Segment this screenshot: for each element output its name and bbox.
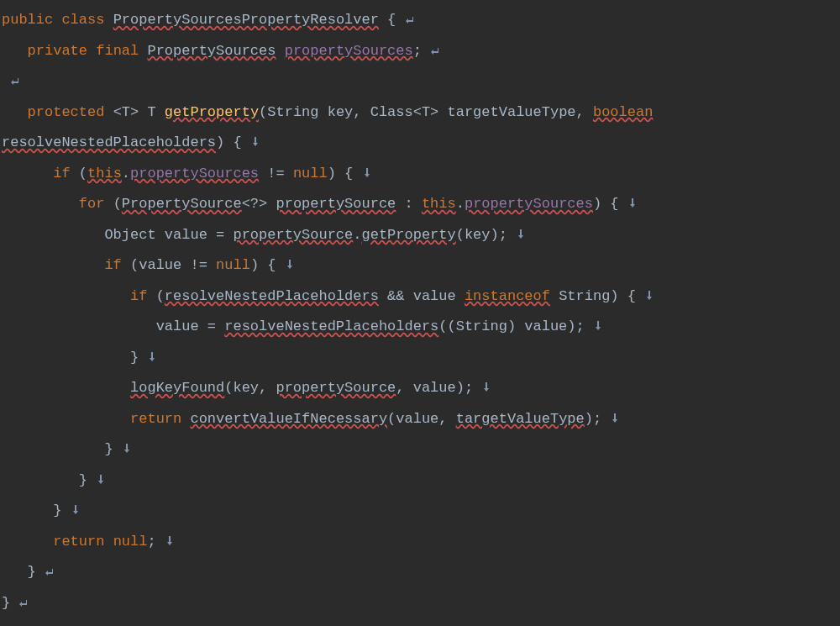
- line-break-icon: [165, 526, 175, 557]
- code-token: PropertySourcesPropertyResolver: [113, 12, 379, 28]
- code-token: for: [79, 196, 113, 212]
- code-token: (value,: [387, 411, 456, 427]
- code-token: return: [53, 534, 113, 550]
- carriage-return-icon: [430, 35, 440, 66]
- line-break-icon: [122, 434, 132, 465]
- line-break-icon: [627, 188, 638, 219]
- code-token: if: [104, 257, 130, 273]
- code-token: if: [130, 288, 156, 304]
- line-break-icon: [481, 372, 491, 403]
- code-token: (: [156, 288, 165, 304]
- code-token: instanceof: [465, 288, 550, 304]
- code-token: <?>: [242, 196, 276, 212]
- code-token: targetValueType: [456, 411, 585, 427]
- code-token: );: [585, 411, 601, 427]
- line-break-icon: [147, 342, 157, 373]
- code-token: {: [379, 12, 396, 28]
- code-token: [156, 104, 165, 120]
- code-editor[interactable]: public class PropertySourcesPropertyReso…: [0, 0, 840, 618]
- code-token: propertySource: [276, 196, 396, 212]
- carriage-return-icon: [18, 587, 29, 618]
- code-token: boolean: [593, 104, 653, 120]
- code-token: }: [2, 502, 61, 518]
- code-token: !=: [259, 166, 293, 181]
- code-token: <T> T: [113, 104, 156, 120]
- code-token: class: [61, 12, 113, 28]
- line-break-icon: [644, 281, 654, 312]
- code-token: && value: [379, 288, 465, 304]
- code-token: }: [2, 595, 10, 611]
- code-token: ) {: [593, 196, 619, 212]
- code-token: :: [396, 196, 422, 212]
- code-token: ) {: [328, 166, 354, 181]
- code-token: this: [422, 196, 456, 212]
- code-token: [2, 43, 28, 59]
- code-token: String) {: [550, 288, 636, 304]
- code-token: [2, 196, 79, 212]
- code-token: getProperty: [165, 104, 259, 120]
- line-break-icon: [516, 219, 526, 250]
- code-token: (: [113, 196, 122, 212]
- code-token: propertySource: [276, 380, 396, 396]
- code-token: propertySource: [233, 227, 353, 243]
- line-break-icon: [71, 495, 81, 526]
- code-token: (key,: [224, 380, 276, 396]
- carriage-return-icon: [10, 66, 20, 97]
- code-token: (key);: [456, 227, 507, 243]
- code-token: getProperty: [361, 227, 455, 243]
- code-token: private: [28, 43, 97, 59]
- line-break-icon: [610, 403, 620, 434]
- code-token: this: [87, 166, 122, 181]
- code-token: null: [113, 534, 148, 550]
- code-token: resolveNestedPlaceholders: [2, 134, 216, 150]
- code-token: [2, 288, 130, 304]
- code-token: [2, 380, 130, 396]
- code-token: ;: [413, 43, 422, 59]
- code-token: [2, 166, 53, 181]
- code-token: }: [2, 350, 139, 366]
- carriage-return-icon: [405, 4, 415, 35]
- code-token: public: [2, 12, 61, 28]
- code-token: PropertySource: [122, 196, 242, 212]
- code-token: convertValueIfNecessary: [190, 411, 387, 427]
- code-token: [2, 257, 104, 273]
- code-token: ) {: [216, 134, 242, 150]
- line-break-icon: [362, 158, 372, 189]
- line-break-icon: [285, 250, 295, 281]
- code-token: Object value =: [2, 227, 233, 243]
- line-break-icon: [593, 311, 603, 342]
- code-token: ((String) value);: [438, 318, 584, 334]
- line-break-icon: [96, 465, 106, 496]
- code-token: PropertySources: [147, 43, 276, 59]
- code-token: resolveNestedPlaceholders: [165, 288, 379, 304]
- code-token: [276, 43, 284, 59]
- code-token: protected: [28, 104, 113, 120]
- code-token: ;: [147, 534, 155, 550]
- code-token: , value);: [396, 380, 473, 396]
- code-token: final: [96, 43, 147, 59]
- code-token: }: [2, 564, 36, 580]
- code-token: (value !=: [130, 257, 216, 273]
- code-token: value =: [2, 318, 224, 334]
- code-token: propertySources: [130, 166, 259, 181]
- code-token: logKeyFound: [130, 380, 224, 396]
- carriage-return-icon: [45, 556, 55, 587]
- code-token: ) {: [250, 257, 276, 273]
- code-token: }: [2, 441, 113, 457]
- code-token: [2, 534, 53, 550]
- code-token: .: [122, 166, 130, 181]
- code-token: }: [2, 472, 87, 488]
- code-token: (String key, Class<T> targetValueType,: [259, 104, 593, 120]
- code-token: .: [456, 196, 465, 212]
- code-token: propertySources: [465, 196, 593, 212]
- code-token: null: [216, 257, 250, 273]
- code-token: (: [79, 166, 87, 181]
- code-token: .: [353, 227, 361, 243]
- code-token: resolveNestedPlaceholders: [224, 318, 438, 334]
- code-token: [2, 411, 130, 427]
- code-token: propertySources: [285, 43, 413, 59]
- code-token: [2, 104, 28, 120]
- code-token: return: [130, 411, 190, 427]
- code-token: null: [293, 166, 328, 181]
- line-break-icon: [250, 127, 260, 158]
